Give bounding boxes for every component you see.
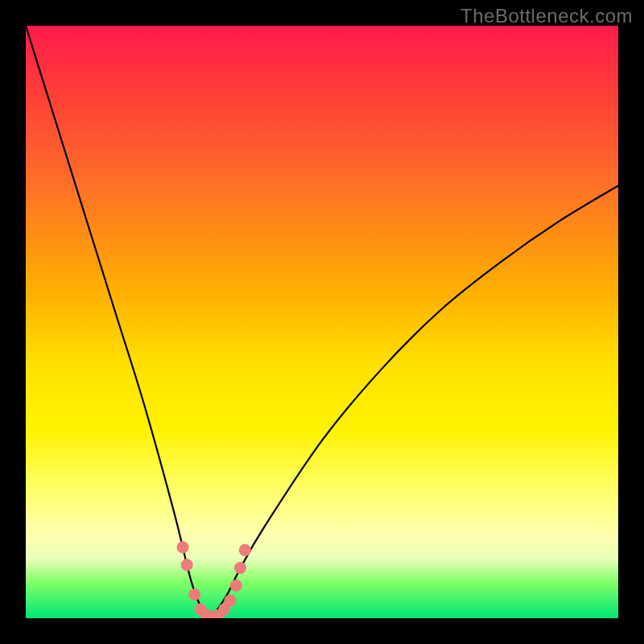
plot-area — [26, 26, 618, 618]
highlight-dot — [188, 588, 200, 601]
curve-svg — [26, 26, 618, 618]
highlight-dot — [230, 580, 242, 592]
highlight-dot — [177, 541, 189, 553]
highlight-dot — [234, 562, 246, 574]
watermark-text: TheBottleneck.com — [460, 5, 633, 27]
highlight-dot — [239, 544, 251, 556]
highlight-dots — [177, 541, 251, 618]
bottleneck-curve — [26, 26, 618, 618]
highlight-dot — [181, 559, 193, 571]
highlight-dot — [224, 594, 236, 606]
chart-frame: TheBottleneck.com — [0, 0, 644, 644]
